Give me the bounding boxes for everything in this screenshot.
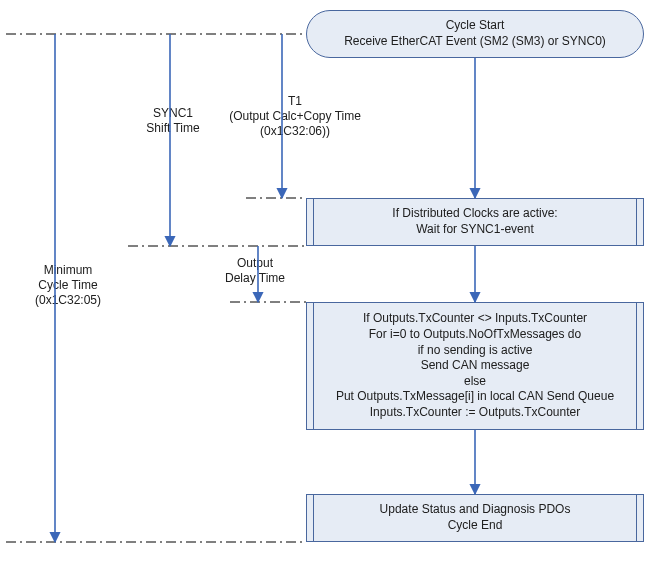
node-cycle-end-line1: Update Status and Diagnosis PDOs bbox=[380, 502, 571, 518]
node-wait-sync1: If Distributed Clocks are active: Wait f… bbox=[306, 198, 644, 246]
node-cycle-end-line2: Cycle End bbox=[448, 518, 503, 534]
node-cycle-start-line2: Receive EtherCAT Event (SM2 (SM3) or SYN… bbox=[344, 34, 606, 50]
node-cycle-end: Update Status and Diagnosis PDOs Cycle E… bbox=[306, 494, 644, 542]
label-min-cycle-time: Minimum Cycle Time (0x1C32:05) bbox=[23, 263, 113, 308]
node-wait-sync1-line1: If Distributed Clocks are active: bbox=[392, 206, 557, 222]
label-t1: T1 (Output Calc+Copy Time (0x1C32:06)) bbox=[215, 94, 375, 139]
node-tx-line7: Inputs.TxCounter := Outputs.TxCounter bbox=[370, 405, 580, 421]
node-cycle-start-line1: Cycle Start bbox=[446, 18, 505, 34]
label-sync1-shift: SYNC1 Shift Time bbox=[138, 106, 208, 136]
label-output-delay: Output Delay Time bbox=[215, 256, 295, 286]
node-tx-line2: For i=0 to Outputs.NoOfTxMessages do bbox=[369, 327, 581, 343]
node-tx-line6: Put Outputs.TxMessage[i] in local CAN Se… bbox=[336, 389, 614, 405]
flowchart-canvas: Cycle Start Receive EtherCAT Event (SM2 … bbox=[0, 0, 657, 585]
node-tx-block: If Outputs.TxCounter <> Inputs.TxCounter… bbox=[306, 302, 644, 430]
node-tx-line4: Send CAN message bbox=[421, 358, 530, 374]
node-tx-line3: if no sending is active bbox=[418, 343, 533, 359]
node-wait-sync1-line2: Wait for SYNC1-event bbox=[416, 222, 534, 238]
node-tx-line5: else bbox=[464, 374, 486, 390]
node-cycle-start: Cycle Start Receive EtherCAT Event (SM2 … bbox=[306, 10, 644, 58]
node-tx-line1: If Outputs.TxCounter <> Inputs.TxCounter bbox=[363, 311, 587, 327]
